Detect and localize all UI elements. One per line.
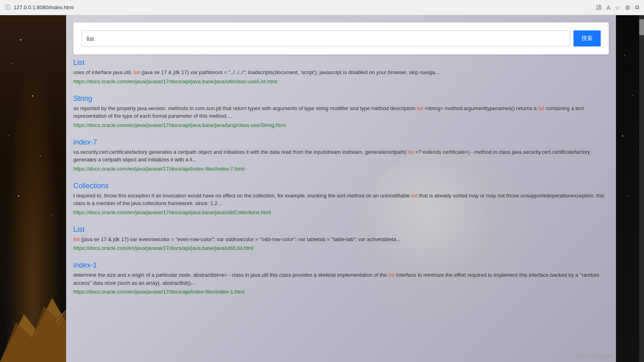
result-url[interactable]: https://docs.oracle.com/en/java/javase/1… [73, 289, 244, 295]
result-item: String as reported by the property java.… [73, 95, 609, 129]
star [12, 63, 13, 64]
left-sidebar [0, 15, 66, 362]
result-snippet: t required to, throw this exception if a… [73, 192, 609, 207]
reader-icon[interactable]: A [607, 4, 610, 11]
browser-url: 127.0.0.1:8080/index.html [14, 4, 593, 10]
highlight: list [388, 272, 395, 278]
result-title[interactable]: Collections [73, 182, 609, 190]
result-title[interactable]: List [73, 58, 609, 67]
settings-icon[interactable]: ⚙ [625, 4, 630, 11]
result-title[interactable]: String [73, 95, 609, 103]
result-item: List uses of interface java.util. list (… [73, 58, 609, 85]
star [622, 135, 623, 137]
star [628, 195, 629, 196]
result-item: Collections t required to, throw this ex… [73, 182, 609, 216]
highlight: list [73, 236, 80, 242]
result-url[interactable]: https://docs.oracle.com/en/java/javase/1… [73, 166, 244, 172]
star [624, 55, 625, 56]
result-snippet: va.security.cert.certificatefactory gene… [73, 148, 609, 164]
mountain-decoration [0, 242, 66, 362]
results-area: List uses of interface java.util. list (… [66, 58, 616, 313]
result-snippet: list (java se 17 & jdk 17) var evenrowco… [73, 235, 609, 243]
result-snippet: determine the size and x origin of a par… [73, 271, 609, 287]
highlight: list [133, 69, 140, 75]
star [632, 95, 633, 96]
browser-actions: 語 A ☆ ⚙ ⧉ [596, 4, 639, 11]
translate-icon[interactable]: 語 [596, 4, 602, 11]
result-item: List list (java se 17 & jdk 17) var even… [73, 225, 609, 252]
result-url[interactable]: https://docs.oracle.com/en/java/javase/1… [73, 245, 253, 251]
search-container: list 搜索 [73, 22, 609, 54]
result-url[interactable]: https://docs.oracle.com/en/java/javase/1… [73, 209, 271, 215]
star [20, 39, 21, 40]
highlight: list [408, 149, 414, 155]
result-title[interactable]: List [73, 225, 609, 234]
result-item: index-1 determine the size and x origin … [73, 261, 609, 295]
scrollbar-track [639, 15, 644, 362]
star [8, 135, 9, 136]
star [40, 155, 41, 156]
highlight: list [538, 105, 545, 111]
result-title[interactable]: index-1 [73, 261, 609, 269]
result-url[interactable]: https://docs.oracle.com/en/java/javase/1… [73, 78, 277, 84]
right-sidebar [616, 15, 644, 362]
info-icon: ⓘ [5, 4, 10, 11]
watermark: CSDN @Ting-yu [576, 353, 612, 359]
highlight: list [411, 193, 418, 199]
content-area: list 搜索 List uses of interface java.util… [66, 15, 616, 362]
result-title[interactable]: index-7 [73, 138, 609, 147]
star [52, 215, 53, 216]
result-snippet: uses of interface java.util. list (java … [73, 68, 609, 76]
scrollbar-thumb[interactable] [639, 19, 644, 35]
search-input[interactable]: list [81, 30, 570, 46]
bookmark-icon[interactable]: ☆ [615, 4, 620, 11]
star [32, 95, 33, 97]
result-url[interactable]: https://docs.oracle.com/en/java/javase/1… [73, 122, 286, 128]
search-button[interactable]: 搜索 [573, 30, 601, 46]
split-view-icon[interactable]: ⧉ [635, 4, 639, 11]
main-layout: list 搜索 List uses of interface java.util… [0, 15, 644, 362]
search-row: list 搜索 [81, 30, 601, 46]
browser-chrome: ⓘ 127.0.0.1:8080/index.html 語 A ☆ ⚙ ⧉ [0, 0, 644, 15]
result-item: index-7 va.security.cert.certificatefact… [73, 138, 609, 172]
result-snippet: as reported by the property java.version… [73, 105, 609, 120]
star [18, 195, 19, 197]
highlight: list [417, 105, 423, 111]
